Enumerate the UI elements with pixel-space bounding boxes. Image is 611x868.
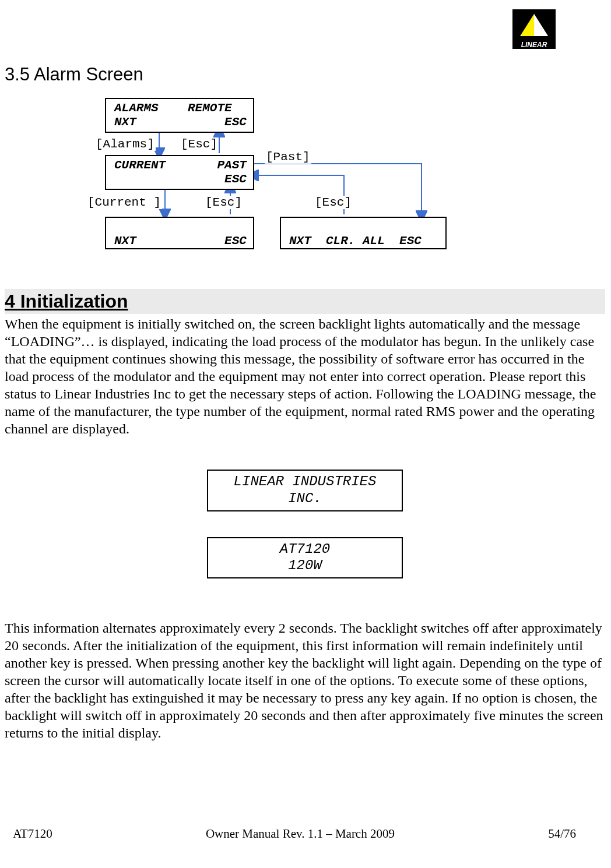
alarm-screen-diagram: ALARMS REMOTE NXT ESC CURRENT PAST ESC N…	[92, 97, 529, 257]
svg-text:LINEAR: LINEAR	[521, 41, 547, 49]
lcd-model-power: AT7120 120W	[207, 537, 403, 579]
label-past: [Past]	[265, 150, 311, 164]
lcd-line: LINEAR INDUSTRIES	[208, 474, 402, 491]
lcd-screen-clr-all: NXT CLR. ALL ESC	[280, 217, 447, 249]
lcd-line: 120W	[208, 558, 402, 574]
label-esc-2: [Esc]	[204, 196, 243, 209]
page-footer: AT7120 Owner Manual Rev. 1.1 – March 200…	[13, 827, 576, 841]
lcd-screen-alarms: ALARMS REMOTE NXT ESC	[105, 98, 254, 133]
brand-logo: LINEAR	[512, 9, 556, 51]
label-esc-1: [Esc]	[180, 137, 219, 151]
section-3-5-heading: 3.5 Alarm Screen	[5, 64, 605, 85]
lcd-screen-current-past: CURRENT PAST ESC	[105, 155, 254, 190]
footer-model: AT7120	[13, 827, 52, 841]
section-4-heading: 4 Initialization	[5, 289, 605, 314]
label-esc-3: [Esc]	[314, 196, 353, 209]
initialization-paragraph-1: When the equipment is initially switched…	[5, 315, 606, 437]
lcd-manufacturer: LINEAR INDUSTRIES INC.	[207, 470, 403, 511]
lcd-line: INC.	[208, 491, 402, 507]
label-current: [Current ]	[86, 196, 162, 209]
footer-page-number: 54/76	[548, 827, 576, 841]
lcd-line: AT7120	[208, 541, 402, 558]
initialization-paragraph-2: This information alternates approximatel…	[5, 619, 606, 742]
lcd-screen-nxt-esc: NXT ESC	[105, 217, 254, 249]
label-alarms: [Alarms]	[94, 137, 156, 151]
footer-doc-title: Owner Manual Rev. 1.1 – March 2009	[206, 827, 395, 841]
